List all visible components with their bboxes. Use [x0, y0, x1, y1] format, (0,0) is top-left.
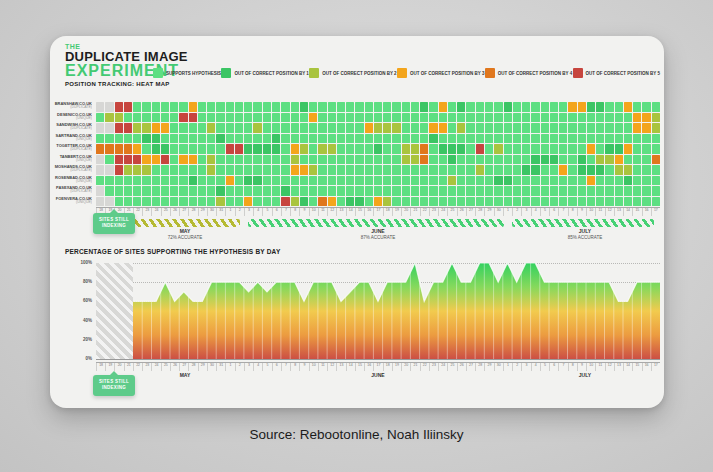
heatmap-cell	[253, 113, 261, 123]
heatmap-cell	[124, 113, 132, 123]
heatmap-cell	[179, 123, 187, 133]
period-month: JUNE	[338, 228, 418, 234]
heatmap-cell	[568, 186, 576, 196]
day-tick: 1	[503, 208, 512, 216]
heatmap-cell	[189, 144, 197, 154]
heatmap-cell	[253, 165, 261, 175]
heatmap-cell	[652, 197, 660, 207]
heatmap-cell	[633, 134, 641, 144]
heatmap-cell	[337, 113, 345, 123]
heatmap-cell	[476, 123, 484, 133]
heatmap-cell	[179, 155, 187, 165]
legend-item: OUT OF CORRECT POSITION BY 1	[221, 68, 308, 78]
heatmap-cell	[513, 176, 521, 186]
heatmap-cell	[235, 123, 243, 133]
heatmap-cell	[142, 113, 150, 123]
heatmap-cell	[263, 165, 271, 175]
day-tick: 28	[188, 363, 197, 371]
heatmap-cell	[578, 155, 586, 165]
heatmap-cell	[152, 102, 160, 112]
heatmap-cell	[559, 186, 567, 196]
x-axis-line	[96, 359, 660, 360]
heatmap-cell	[568, 134, 576, 144]
heatmap-cell	[179, 176, 187, 186]
heatmap-cell	[485, 123, 493, 133]
heatmap-cell	[105, 144, 113, 154]
page-tagline: POSITION TRACKING: HEAT MAP	[65, 81, 170, 87]
heatmap-cell	[522, 102, 530, 112]
heatmap-cell	[263, 123, 271, 133]
heatmap-cell	[466, 155, 474, 165]
heatmap-cell	[559, 134, 567, 144]
day-tick: 15	[632, 208, 641, 216]
heatmap-cell	[522, 113, 530, 123]
heatmap-cell	[642, 134, 650, 144]
heatmap-cell	[189, 197, 197, 207]
heatmap-cell	[513, 197, 521, 207]
heatmap-row-label: BRANSHAW.CO.UK(DUPLICATE)	[54, 102, 92, 113]
heatmap-cell	[133, 165, 141, 175]
heatmap-cell	[587, 186, 595, 196]
heatmap-cell	[392, 144, 400, 154]
heatmap-cell	[105, 176, 113, 186]
heatmap-cell	[133, 144, 141, 154]
day-tick: 22	[420, 208, 429, 216]
heatmap-cell	[346, 165, 354, 175]
heatmap-row-label: ROSENBAD.CO.UK(UNIQUE)	[54, 176, 92, 187]
heatmap-cell	[485, 176, 493, 186]
heatmap-cell	[559, 197, 567, 207]
heatmap-cell	[309, 176, 317, 186]
heatmap-cell	[291, 155, 299, 165]
heatmap-cell	[642, 165, 650, 175]
heatmap-cell	[457, 134, 465, 144]
heatmap-cell	[226, 155, 234, 165]
heatmap-cell	[161, 123, 169, 133]
heatmap-cell	[596, 144, 604, 154]
heatmap-cell	[522, 165, 530, 175]
heatmap-cell	[244, 102, 252, 112]
heatmap-cell	[309, 165, 317, 175]
heatmap-cell	[578, 176, 586, 186]
heatmap-cell	[476, 102, 484, 112]
heatmap-cell	[476, 155, 484, 165]
heatmap-cell	[281, 176, 289, 186]
heatmap-cell	[309, 144, 317, 154]
heatmap-cell	[420, 123, 428, 133]
heatmap-cell	[383, 102, 391, 112]
heatmap-cell	[439, 144, 447, 154]
heatmap-cell	[346, 186, 354, 196]
heatmap-cell	[531, 197, 539, 207]
heatmap-cell	[448, 134, 456, 144]
heatmap-cell	[550, 123, 558, 133]
heatmap-cell	[328, 165, 336, 175]
day-tick: 18	[383, 363, 392, 371]
heatmap-cell	[281, 197, 289, 207]
heatmap-cell	[291, 144, 299, 154]
heatmap-cell	[198, 113, 206, 123]
heatmap-cell	[115, 134, 123, 144]
heatmap-cell	[568, 165, 576, 175]
heatmap-cell	[504, 144, 512, 154]
heatmap-cell	[355, 123, 363, 133]
heatmap-cell	[133, 197, 141, 207]
heatmap-cell	[429, 113, 437, 123]
heatmap-cell	[152, 144, 160, 154]
heatmap-cell	[642, 123, 650, 133]
heatmap-cell	[346, 113, 354, 123]
heatmap-cell	[105, 197, 113, 207]
heatmap-cell	[448, 102, 456, 112]
day-tick: 25	[161, 363, 170, 371]
heatmap-cell	[457, 102, 465, 112]
heatmap-cell	[504, 113, 512, 123]
day-tick: 23	[429, 363, 438, 371]
heatmap-cell	[189, 186, 197, 196]
heatmap-cell	[253, 144, 261, 154]
day-tick: 11	[318, 208, 327, 216]
site-kind: (UNIQUE)	[54, 201, 92, 205]
heatmap-cell	[531, 102, 539, 112]
period-label-july: JULY 85% ACCURATE	[545, 228, 625, 240]
heatmap-cell	[124, 134, 132, 144]
heatmap-cell	[605, 134, 613, 144]
heatmap-cell	[216, 176, 224, 186]
heatmap-cell	[392, 186, 400, 196]
